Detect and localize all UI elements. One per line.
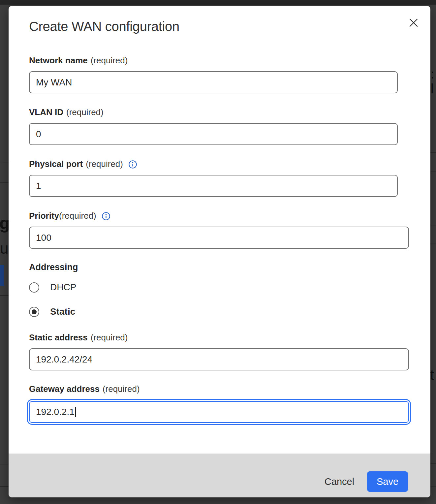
label-text: Priority [29, 211, 59, 221]
physical-port-input[interactable] [29, 175, 398, 197]
required-hint: (required) [103, 384, 140, 394]
addressing-option-static[interactable]: Static [29, 306, 75, 317]
background-row-divider [430, 243, 436, 243]
vlan-id-label: VLAN ID (required) [29, 107, 104, 117]
info-icon[interactable] [128, 160, 137, 169]
background-text-fragment: t [430, 367, 434, 383]
save-button[interactable]: Save [367, 471, 408, 492]
close-button[interactable] [405, 15, 422, 31]
radio-label: DHCP [50, 282, 76, 293]
info-icon[interactable] [102, 212, 110, 221]
priority-input[interactable] [29, 227, 409, 249]
addressing-heading: Addressing [29, 262, 78, 272]
background-row-divider [430, 486, 436, 487]
background-row-divider [0, 163, 9, 163]
dialog-title: Create WAN configuration [29, 19, 179, 34]
vlan-id-input[interactable] [29, 123, 398, 145]
background-row-divider [430, 463, 436, 464]
background-row-divider [0, 486, 9, 487]
physical-port-label: Physical port (required) [29, 159, 137, 169]
label-text: Network name [29, 55, 88, 66]
background-text-fragment: : l [431, 67, 436, 96]
background-top-band [0, 0, 436, 5]
addressing-option-dhcp[interactable]: DHCP [29, 282, 76, 293]
background-text-fragment: u [0, 239, 9, 257]
background-row-divider [430, 172, 436, 172]
required-hint: (required) [91, 332, 128, 343]
background-row-divider [0, 295, 9, 296]
close-icon [409, 18, 419, 28]
background-row-divider [430, 152, 436, 153]
modal-footer: Cancel Save [9, 454, 430, 497]
label-text: Gateway address [29, 384, 100, 394]
background-row-divider [0, 182, 9, 183]
label-text: Static address [29, 332, 88, 343]
static-address-label: Static address (required) [29, 332, 128, 343]
label-text: VLAN ID [29, 107, 63, 117]
background-row-divider [0, 464, 9, 464]
gateway-address-input[interactable]: 192.0.2.1 [29, 401, 409, 423]
gateway-address-value: 192.0.2.1 [36, 407, 75, 417]
create-wan-configuration-dialog: Create WAN configuration Network name (r… [9, 6, 430, 497]
radio-label: Static [50, 306, 75, 317]
required-hint: (required) [59, 211, 96, 221]
background-button-fragment [0, 265, 4, 286]
label-text: Physical port [29, 159, 83, 169]
network-name-label: Network name (required) [29, 55, 128, 66]
radio-icon[interactable] [29, 282, 39, 293]
static-address-input[interactable] [29, 348, 409, 370]
required-hint: (required) [66, 107, 104, 117]
network-name-input[interactable] [29, 71, 398, 93]
gateway-address-label: Gateway address (required) [29, 384, 140, 394]
radio-icon[interactable] [29, 307, 39, 317]
required-hint: (required) [91, 55, 128, 66]
priority-label: Priority (required) [29, 211, 110, 221]
text-caret [75, 407, 76, 417]
cancel-button[interactable]: Cancel [318, 471, 361, 492]
background-row-divider [430, 226, 436, 226]
required-hint: (required) [86, 159, 123, 169]
